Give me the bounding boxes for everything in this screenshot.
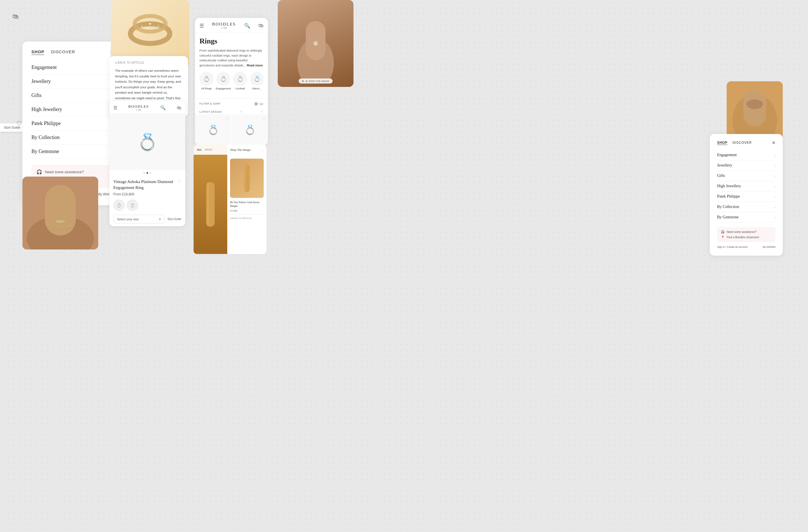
back-to-article-link[interactable]: ◂ BACK TO ARTICLE <box>115 61 182 64</box>
chevron-right-icon-r5: › <box>774 195 775 198</box>
menu-item-high-jewellery-r[interactable]: High Jewellery › <box>717 181 775 191</box>
brand-year-product: 1798 <box>128 109 149 111</box>
hand-photo-right: ⊕ ⊕ SHOP THE IMAGE <box>278 0 353 87</box>
headset-icon-right: 🎧 <box>721 230 724 233</box>
size-select-dropdown[interactable]: Select your size ∨ <box>113 215 165 223</box>
product-image-area: 💍 <box>109 114 185 170</box>
wishlist-heart-icon-2[interactable]: ♡ <box>261 110 263 113</box>
tab-discover-right[interactable]: DISCOVER <box>733 141 752 145</box>
product-header: ☰ BOODLES 1798 🔍 🛍 <box>109 101 185 114</box>
shop-heart-icon[interactable]: ♡ <box>261 149 264 153</box>
product-wishlist-icon[interactable]: ♡ <box>177 179 181 184</box>
brand-logo: BOODLES 1798 <box>212 22 236 30</box>
grid-view-icon[interactable]: ⊞ <box>255 101 258 106</box>
sign-in-link-right[interactable]: Sign in / Create an account <box>717 246 748 248</box>
svg-point-3 <box>158 25 159 26</box>
rings-content: Rings From sophisticated diamond rings t… <box>195 33 268 98</box>
image-progress-dots <box>109 170 185 176</box>
menu-item-by-gemstone[interactable]: By Gemstone › <box>32 145 114 159</box>
product-heart-icon-2[interactable]: ♡ <box>262 117 266 121</box>
dot-2-active <box>146 172 148 174</box>
eternity-ring-icon: 💍 <box>250 72 263 86</box>
tab-shop[interactable]: SHOP <box>32 49 44 55</box>
ring-categories: 💍 All Rings 💍 Engagement 💍 Cocktail 💍 Et… <box>200 72 263 90</box>
tab-shop-right[interactable]: SHOP <box>717 141 728 145</box>
cocktail-ring-icon: 💍 <box>233 72 247 86</box>
headset-icon: 🎧 <box>36 169 42 175</box>
shop-image-overlay: ALL NEWS ✕ Shop The Image: ♡ Be You Yell… <box>194 145 267 254</box>
bag-icon[interactable]: 🛍 <box>258 23 263 28</box>
all-rings-icon: 💍 <box>200 72 214 86</box>
rings-page: ☰ BOODLES 1798 🔍 🛍 Rings From sophistica… <box>195 18 268 145</box>
product-cell-1[interactable]: 💍 ♡ <box>195 114 231 145</box>
hand-photo-bottom-right <box>727 81 783 140</box>
brand-logo-product: BOODLES 1798 <box>128 104 149 111</box>
size-guide-link[interactable]: Size Guide <box>167 217 181 221</box>
product-info: Vintage Ashoka Platinum Diamond Engageme… <box>109 176 185 226</box>
menu-item-high-jewellery[interactable]: High Jewellery › <box>32 102 114 117</box>
wishlist-heart-icon[interactable]: ♡ <box>16 120 22 127</box>
filter-sort-label[interactable]: FILTER & SORT <box>200 102 221 105</box>
cat-engagement[interactable]: 💍 Engagement <box>216 72 230 90</box>
search-icon[interactable]: 🔍 <box>244 23 250 29</box>
svg-rect-13 <box>207 183 209 226</box>
hand-image <box>278 0 353 87</box>
bag-icon-product[interactable]: 🛍 <box>177 106 181 110</box>
rings-page-header: ☰ BOODLES 1798 🔍 🛍 <box>195 18 268 33</box>
wishlist-heart-icon[interactable]: ♡ <box>240 110 243 113</box>
cat-cocktail[interactable]: 💍 Cocktail <box>233 72 247 90</box>
chevron-right-icon-r4: › <box>774 185 775 188</box>
menu-item-by-collection-r[interactable]: By Collection › <box>717 202 775 212</box>
svg-point-4 <box>141 25 142 26</box>
tab-news[interactable]: NEWS <box>205 148 213 151</box>
close-nav-right-button[interactable]: ✕ <box>772 140 775 146</box>
chevron-right-icon-r6: › <box>774 205 775 209</box>
product-cell-2[interactable]: 💍 ♡ <box>232 114 268 145</box>
cat-eternity[interactable]: 💍 Eterni... <box>250 72 263 90</box>
tab-all[interactable]: ALL <box>197 148 202 151</box>
menu-item-by-gemstone-r[interactable]: By Gemstone › <box>717 212 775 223</box>
shop-icon-right: ⊕ <box>302 80 304 82</box>
footer-showroom-right[interactable]: 📍 Find a Boodles showroom <box>721 236 772 239</box>
nav-footer-right: 🎧 Need some assistence? 📍 Find a Boodles… <box>717 227 775 242</box>
search-icon-product[interactable]: 🔍 <box>160 105 166 110</box>
product-ring-image: 💍 <box>137 132 158 152</box>
nav-tabs: SHOP DISCOVER ✕ <box>32 49 114 55</box>
view-toggle: ⊞ ▭ <box>255 101 263 106</box>
swatch-2[interactable]: 💍 <box>127 200 138 211</box>
back-to-article-link-shop[interactable]: ◂ BACK TO ARTICLE <box>230 214 264 220</box>
tab-discover[interactable]: DISCOVER <box>51 49 75 55</box>
hamburger-icon[interactable]: ☰ <box>200 23 204 29</box>
menu-item-by-collection[interactable]: By Collection › <box>32 131 114 145</box>
bag-icon[interactable]: 🛍 <box>12 13 19 20</box>
overlay-tabs: ALL NEWS <box>197 148 213 151</box>
menu-item-gifts-r[interactable]: Gifts › <box>717 171 775 181</box>
svg-rect-6 <box>306 21 326 60</box>
my-wishlist-link-right[interactable]: My Wishlist <box>763 246 776 248</box>
chevron-right-icon-r7: › <box>774 215 775 219</box>
chevron-right-icon-r3: › <box>774 174 775 177</box>
cat-all-rings[interactable]: 💍 All Rings <box>200 72 214 90</box>
menu-item-patek-philippe[interactable]: Patek Philippe › <box>32 117 114 131</box>
product-heart-icon[interactable]: ♡ <box>225 117 229 121</box>
menu-item-gifts[interactable]: Gifts › <box>32 89 114 102</box>
footer-assist-right[interactable]: 🎧 Need some assistence? <box>721 230 772 233</box>
menu-item-jewellery[interactable]: Jewellery › <box>32 75 114 89</box>
menu-item-jewellery-r[interactable]: Jewellery › <box>717 160 775 171</box>
dot-1 <box>143 172 145 174</box>
footer-assist[interactable]: 🎧 Need some assistence? <box>36 169 109 175</box>
chevron-right-icon-r2: › <box>774 164 775 167</box>
svg-point-11 <box>746 99 763 108</box>
menu-item-engagement-r[interactable]: Engagement › <box>717 150 775 160</box>
hamburger-icon-product[interactable]: ☰ <box>113 105 117 110</box>
product-price: From £16,800 <box>113 192 181 196</box>
swatch-1[interactable]: 💍 <box>113 200 125 211</box>
products-grid: 💍 ♡ 💍 ♡ <box>195 114 268 145</box>
read-more-link[interactable]: Read more <box>247 64 263 67</box>
chevron-down-icon: ∨ <box>159 217 161 221</box>
menu-item-patek-philippe-r[interactable]: Patek Philippe › <box>717 191 775 202</box>
list-view-icon[interactable]: ▭ <box>259 101 263 106</box>
shop-image-label-right[interactable]: ⊕ ⊕ SHOP THE IMAGE <box>298 78 332 83</box>
product-title: Vintage Ashoka Platinum Diamond Engageme… <box>113 179 177 191</box>
menu-item-engagement[interactable]: Engagement › <box>32 60 114 75</box>
